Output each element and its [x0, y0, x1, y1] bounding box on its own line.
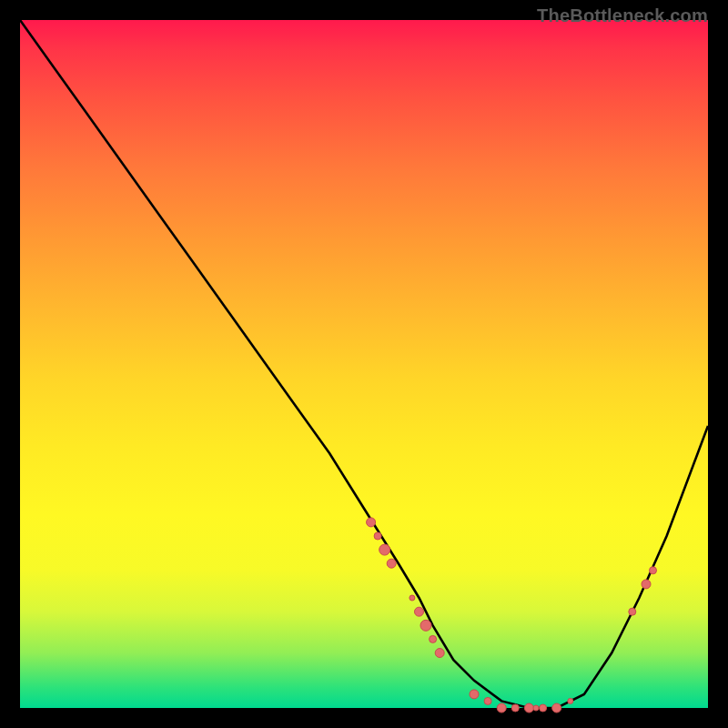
curve-point: [497, 703, 506, 713]
curve-point: [642, 580, 651, 589]
curve-point: [410, 595, 415, 601]
curve-point: [540, 704, 547, 712]
bottleneck-curve: [20, 20, 708, 708]
curve-point: [629, 608, 636, 615]
curve-point: [568, 698, 573, 703]
curve-point: [387, 559, 396, 568]
curve-point: [420, 620, 431, 631]
curve-points: [367, 518, 657, 713]
curve-point: [415, 607, 424, 616]
curve-point: [374, 532, 381, 540]
chart-svg: [20, 20, 708, 708]
curve-point: [484, 697, 491, 704]
curve-point: [379, 544, 390, 555]
watermark-text: TheBottleneck.com: [537, 5, 708, 26]
curve-point: [367, 518, 376, 527]
curve-point: [511, 704, 519, 712]
curve-point: [470, 690, 479, 699]
curve-point: [430, 635, 437, 642]
curve-point: [552, 703, 561, 713]
curve-point: [650, 567, 657, 574]
curve-point: [435, 649, 444, 658]
curve-point: [524, 703, 533, 713]
chart-area: [20, 20, 708, 708]
curve-point: [533, 705, 539, 711]
